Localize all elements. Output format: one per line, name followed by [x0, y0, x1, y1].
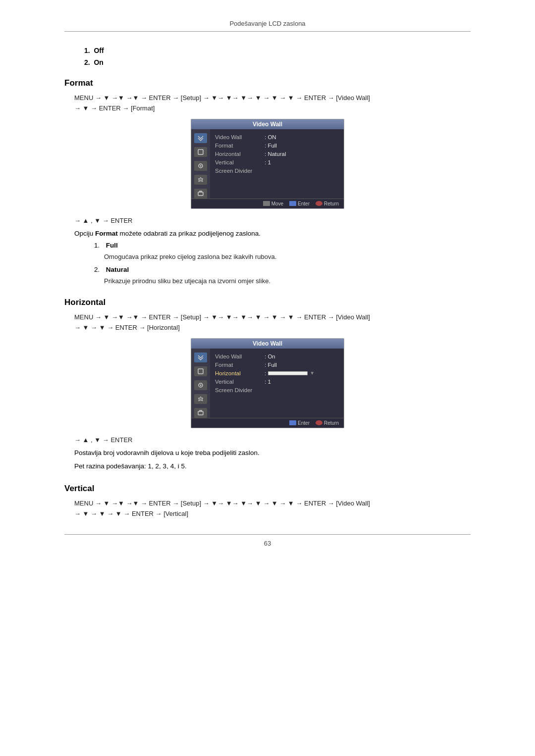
format-description: Opciju Format možete odabrati za prikaz …	[74, 228, 471, 239]
h-sc-row-horizontal: Horizontal : ▼	[215, 370, 338, 376]
horizontal-screenshot-content: Video Wall : On Format : Full Horizontal…	[210, 349, 344, 418]
sc-row-videowall: Video Wall : ON	[215, 134, 338, 140]
sidebar-icon-2	[194, 147, 207, 157]
sidebar-icon-4	[194, 175, 207, 185]
svg-point-2	[200, 165, 202, 166]
format-heading: Format	[64, 78, 471, 88]
h-sidebar-icon-2	[194, 366, 207, 376]
vertical-section: Vertical MENU → ▼ →▼ →▼ → ENTER → [Setup…	[64, 484, 471, 519]
format-screenshot: Video Wall	[191, 119, 344, 209]
page-header: Podešavanje LCD zaslona	[64, 20, 471, 32]
format-screenshot-content: Video Wall : ON Format : Full Horizontal…	[210, 129, 344, 199]
format-nav-hint: → ▲ , ▼ → ENTER	[74, 217, 471, 224]
sc-row-screendivider: Screen Divider	[215, 168, 338, 174]
list-item-on: 2. On	[84, 58, 471, 66]
intro-list: 1. Off 2. On	[64, 47, 471, 66]
move-icon	[263, 201, 270, 206]
svg-point-6	[200, 384, 202, 386]
enter-icon	[289, 201, 296, 206]
page-footer: 63	[64, 534, 471, 547]
horizontal-sidebar	[191, 349, 210, 418]
return-icon	[316, 201, 322, 206]
svg-rect-7	[198, 411, 203, 415]
format-item-full-desc: Omogućava prikaz preko cijelog zaslona b…	[104, 252, 471, 262]
horizontal-screenshot-title: Video Wall	[191, 339, 344, 349]
format-screenshot-footer: Move Enter Return	[191, 199, 344, 208]
horizontal-section: Horizontal MENU → ▼ →▼ →▼ → ENTER → [Set…	[64, 298, 471, 472]
vertical-menu-path: MENU → ▼ →▼ →▼ → ENTER → [Setup] → ▼→ ▼→…	[74, 499, 471, 519]
h-sidebar-icon-5	[194, 408, 207, 418]
h-return-icon	[316, 420, 322, 425]
h-enter-icon	[289, 420, 296, 425]
sc-row-horizontal: Horizontal : Natural	[215, 151, 338, 157]
svg-rect-4	[198, 369, 203, 374]
format-item-natural: 2. Natural	[94, 266, 471, 273]
h-footer-enter-btn: Enter	[289, 420, 310, 426]
horizontal-nav-hint: → ▲ , ▼ → ENTER	[74, 436, 471, 444]
h-sc-row-screendivider: Screen Divider	[215, 387, 338, 393]
horizontal-screenshot-footer: Enter Return	[191, 418, 344, 428]
page-number: 63	[264, 540, 271, 547]
format-sidebar	[191, 129, 210, 199]
horizontal-heading: Horizontal	[64, 298, 471, 307]
footer-return-btn: Return	[316, 201, 339, 206]
list-item-off: 1. Off	[84, 47, 471, 54]
horizontal-screenshot-container: Video Wall	[64, 338, 471, 428]
horizontal-desc2: Pet razina podešavanja: 1, 2, 3, 4, i 5.	[74, 461, 471, 472]
format-item-full: 1. Full	[94, 242, 471, 249]
format-screenshot-body: Video Wall : ON Format : Full Horizontal…	[191, 129, 344, 199]
svg-rect-0	[198, 150, 203, 154]
horizontal-screenshot-body: Video Wall : On Format : Full Horizontal…	[191, 349, 344, 418]
sc-row-vertical: Vertical : 1	[215, 159, 338, 165]
sidebar-icon-3	[194, 161, 207, 171]
h-sc-row-videowall: Video Wall : On	[215, 353, 338, 359]
horizontal-screenshot: Video Wall	[191, 338, 344, 428]
sc-row-format: Format : Full	[215, 143, 338, 149]
format-screenshot-title: Video Wall	[191, 119, 344, 129]
format-section: Format MENU → ▼ →▼ →▼ → ENTER → [Setup] …	[64, 78, 471, 286]
h-sc-row-vertical: Vertical : 1	[215, 379, 338, 385]
sidebar-icon-1	[194, 133, 207, 143]
format-screenshot-container: Video Wall	[64, 119, 471, 209]
h-sidebar-icon-3	[194, 380, 207, 390]
h-sidebar-icon-1	[194, 353, 207, 362]
svg-rect-3	[198, 192, 203, 196]
format-item-natural-desc: Prikazuje prirodnu sliku bez utjecaja na…	[104, 276, 471, 286]
format-menu-path: MENU → ▼ →▼ →▼ → ENTER → [Setup] → ▼→ ▼→…	[74, 93, 471, 114]
horizontal-menu-path: MENU → ▼ →▼ →▼ → ENTER → [Setup] → ▼→ ▼→…	[74, 312, 471, 333]
h-sc-row-format: Format : Full	[215, 362, 338, 368]
slider-arrow: ▼	[310, 370, 315, 376]
h-footer-return-btn: Return	[316, 420, 339, 426]
sidebar-icon-5	[194, 189, 207, 199]
footer-enter-btn: Enter	[289, 201, 310, 206]
h-sidebar-icon-4	[194, 394, 207, 404]
h-slider	[268, 371, 308, 375]
footer-move-btn: Move	[263, 201, 283, 206]
header-title: Podešavanje LCD zaslona	[229, 20, 305, 27]
vertical-heading: Vertical	[64, 484, 471, 494]
horizontal-desc1: Postavlja broj vodoravnih dijelova u koj…	[74, 448, 471, 458]
